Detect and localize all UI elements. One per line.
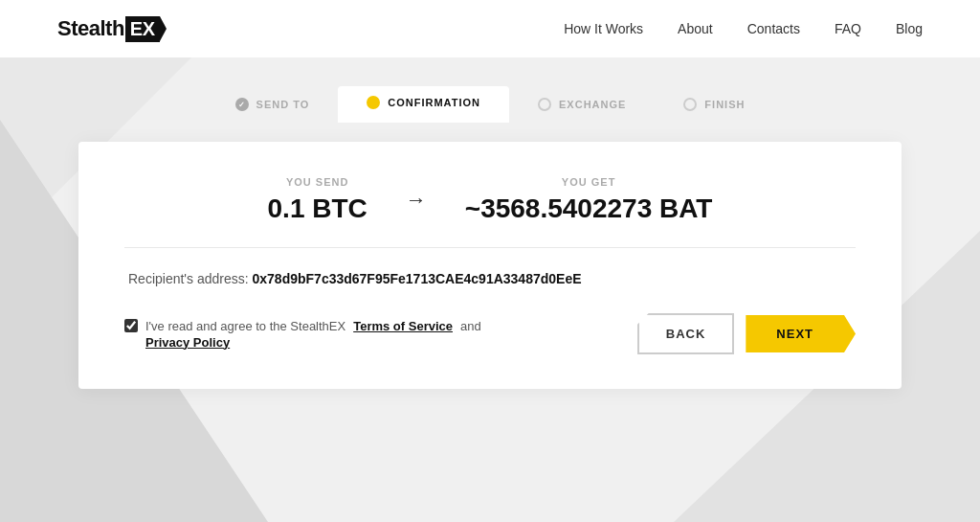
- confirmation-card: YOU SEND 0.1 BTC → YOU GET ~3568.5402273…: [78, 142, 902, 389]
- actions-row: I've read and agree to the StealthEX Ter…: [124, 313, 856, 354]
- you-get-amount: ~3568.5402273 BAT: [465, 193, 713, 224]
- you-get-label: YOU GET: [465, 176, 713, 188]
- you-send-amount: 0.1 BTC: [268, 193, 368, 224]
- terms-checkbox-area: I've read and agree to the StealthEX Ter…: [124, 319, 481, 350]
- step-label-confirmation: CONFIRMATION: [388, 97, 480, 108]
- step-label-exchange: EXCHANGE: [559, 99, 626, 110]
- step-label-finish: FINISH: [704, 99, 745, 110]
- recipient-label: Recipient's address:: [128, 271, 249, 286]
- nav-how-it-works[interactable]: How It Works: [564, 21, 643, 36]
- checkbox-mid-text: and: [460, 319, 481, 333]
- terms-of-service-link[interactable]: Terms of Service: [353, 319, 453, 333]
- checkbox-pre-text: I've read and agree to the StealthEX: [145, 319, 345, 333]
- step-dot-finish: [683, 98, 697, 111]
- nav-faq[interactable]: FAQ: [835, 21, 861, 36]
- nav-about[interactable]: About: [678, 21, 713, 36]
- site-header: StealthEX How It Works About Contacts FA…: [0, 0, 980, 57]
- step-dot-send-to: [235, 98, 249, 111]
- logo-highlight: EX: [125, 16, 160, 42]
- step-send-to: SEND TO: [207, 88, 339, 121]
- progress-steps: SEND TO CONFIRMATION EXCHANGE FINISH: [57, 86, 923, 123]
- send-side: YOU SEND 0.1 BTC: [268, 176, 368, 224]
- nav-contacts[interactable]: Contacts: [747, 21, 800, 36]
- main-content: SEND TO CONFIRMATION EXCHANGE FINISH YOU…: [0, 57, 980, 418]
- get-side: YOU GET ~3568.5402273 BAT: [465, 176, 713, 224]
- step-exchange: EXCHANGE: [509, 88, 655, 121]
- logo[interactable]: StealthEX: [57, 16, 160, 42]
- you-send-label: YOU SEND: [268, 176, 368, 188]
- action-buttons: BACK NEXT: [637, 313, 856, 354]
- step-dot-confirmation: [367, 96, 380, 109]
- nav-blog[interactable]: Blog: [896, 21, 923, 36]
- recipient-address: 0x78d9bF7c33d67F95Fe1713CAE4c91A33487d0E…: [253, 271, 582, 286]
- arrow-icon: →: [406, 188, 427, 213]
- exchange-summary: YOU SEND 0.1 BTC → YOU GET ~3568.5402273…: [124, 176, 856, 248]
- terms-checkbox[interactable]: [124, 319, 138, 332]
- logo-text: Stealth: [57, 16, 124, 41]
- recipient-row: Recipient's address: 0x78d9bF7c33d67F95F…: [124, 271, 856, 286]
- back-button[interactable]: BACK: [637, 313, 735, 354]
- main-nav: How It Works About Contacts FAQ Blog: [564, 21, 923, 36]
- privacy-policy-link[interactable]: Privacy Policy: [145, 335, 481, 350]
- step-dot-exchange: [538, 98, 551, 111]
- next-button[interactable]: NEXT: [746, 315, 856, 352]
- step-label-send-to: SEND TO: [256, 99, 310, 110]
- terms-checkbox-line: I've read and agree to the StealthEX Ter…: [124, 319, 481, 333]
- step-confirmation: CONFIRMATION: [338, 86, 509, 123]
- step-finish: FINISH: [655, 88, 773, 121]
